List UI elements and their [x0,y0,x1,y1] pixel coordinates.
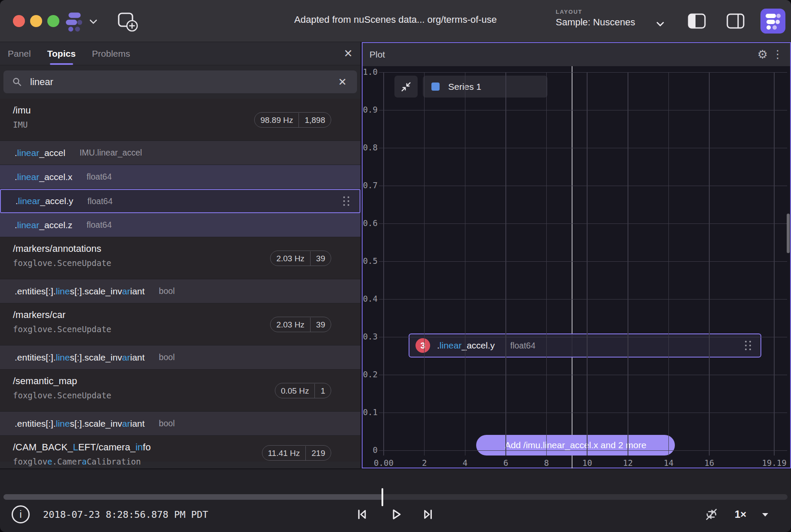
toggle-left-sidebar-button[interactable] [687,13,706,29]
field-type: float64 [87,196,113,206]
topic-row-imu[interactable]: /imu IMU 98.89 Hz 1,898 [0,99,360,141]
speed-dropdown-icon[interactable] [761,512,769,517]
field-path: .entities[:].lines[:].scale_invariant [15,419,145,429]
x-gridline [668,72,669,450]
x-gridline [546,72,547,450]
y-gridline [384,299,787,300]
left-sidebar-icon [687,13,706,29]
topic-frequency: 2.03 Hz [271,251,310,266]
clear-search-icon[interactable]: ✕ [338,76,347,88]
titlebar: Adapted from nuScenes data... org/terms-… [0,0,791,42]
topic-message-count: 219 [305,446,331,460]
plot-panel: Plot ⚙ ⋮ Series 1 3 .linear_accel.y floa… [362,42,791,468]
settings-gear-icon[interactable]: ⚙ [757,48,768,61]
left-panel: Panel Topics Problems ✕ linear ✕ /imu IM… [0,42,360,468]
loop-off-icon [704,507,719,522]
seek-to-end-button[interactable] [419,505,437,524]
playback-scrubber[interactable] [3,494,788,500]
x-axis-tick-label: 0.00 [364,458,403,468]
playhead-handle[interactable] [382,488,383,506]
field-row-scale-invariant-1[interactable]: .entities[:].lines[:].scale_invariant bo… [0,279,360,303]
topic-list: /imu IMU 98.89 Hz 1,898 .linear_accel IM… [0,99,360,468]
topic-message-count: 39 [310,251,331,266]
x-axis-tick-label: 19.19 [755,458,791,468]
field-row-linear-accel-y[interactable]: .linear_accel.y float64 [0,189,360,213]
x-tick-mark [587,450,588,456]
topic-row-cam-back-left-camera-info[interactable]: /CAM_BACK_LEFT/camera_info foxglove.Came… [0,436,360,462]
x-gridline [628,72,628,450]
field-row-linear-accel-x[interactable]: .linear_accel.x float64 [0,165,360,189]
y-gridline [384,450,787,451]
topic-message-count: 1 [314,384,331,398]
drag-handle-icon[interactable] [745,341,751,350]
field-path: .linear_accel.x [15,172,72,182]
y-axis-tick-label: 0.8 [363,143,378,152]
y-axis-tick-label: 0.9 [363,105,378,114]
x-tick-mark [546,450,547,456]
collapse-legend-button[interactable] [394,76,418,98]
panel-menu-icon[interactable]: ⋮ [772,48,783,61]
x-tick-mark [668,450,669,456]
topic-frequency: 0.05 Hz [275,384,314,398]
x-tick-mark [774,450,775,456]
scrollbar-thumb[interactable] [787,214,790,253]
search-icon [12,77,22,87]
topic-row-markers-car[interactable]: /markers/car foxglove.SceneUpdate 2.03 H… [0,303,360,345]
topic-row-markers-annotations[interactable]: /markers/annotations foxglove.SceneUpdat… [0,237,360,279]
field-row-scale-invariant-2[interactable]: .entities[:].lines[:].scale_invariant bo… [0,345,360,370]
y-gridline [384,110,787,111]
foxglove-app-icon[interactable] [760,9,785,34]
foxglove-glyph [760,9,785,34]
loop-playback-button[interactable] [702,505,721,524]
x-tick-mark [628,450,628,456]
field-type: float64 [86,172,112,182]
close-sidebar-icon[interactable]: ✕ [344,47,353,60]
playback-info-icon[interactable]: i [12,505,30,523]
field-row-linear-accel[interactable]: .linear_accel IMU.linear_accel [0,141,360,165]
x-axis-tick-label: 10 [568,458,606,468]
topic-stats-badge: 2.03 Hz 39 [270,251,331,266]
layout-chevron-down-icon[interactable] [656,21,665,27]
tab-panel[interactable]: Panel [8,42,31,65]
x-axis-tick-label: 14 [649,458,688,468]
y-gridline [384,72,787,73]
play-icon [388,507,403,522]
topic-frequency: 2.03 Hz [271,318,310,332]
field-type: bool [159,419,175,428]
toggle-right-sidebar-button[interactable] [726,13,745,29]
field-type: float64 [86,220,112,230]
tab-problems[interactable]: Problems [92,42,130,65]
play-button[interactable] [386,505,405,524]
field-row-scale-invariant-3[interactable]: .entities[:].lines[:].scale_invariant bo… [0,412,360,436]
y-gridline [384,375,787,376]
dragged-field-path: .linear_accel.y [437,340,495,351]
plot-panel-header[interactable]: Plot ⚙ ⋮ [363,43,790,66]
topic-search-input[interactable]: linear ✕ [3,70,357,93]
topic-message-count: 39 [310,318,331,332]
plot-area: Series 1 3 .linear_accel.y float64 Add /… [363,66,790,468]
series-color-swatch [431,83,440,91]
x-axis-tick-label: 8 [527,458,566,468]
search-value: linear [30,76,338,88]
field-path: .linear_accel.y [15,196,73,206]
topic-row-semantic-map[interactable]: /semantic_map foxglove.SceneUpdate 0.05 … [0,370,360,412]
layout-selector[interactable]: LAYOUT Sample: Nuscenes [556,9,635,28]
seek-to-start-button[interactable] [352,505,371,524]
skip-forward-icon [421,508,435,521]
field-row-linear-accel-z[interactable]: .linear_accel.z float64 [0,213,360,237]
legend-series-1[interactable]: Series 1 [423,76,548,98]
x-axis-tick-label: 2 [405,458,444,468]
collapse-icon [400,81,412,93]
y-axis-tick-label: 0 [363,445,378,455]
playback-speed-value[interactable]: 1× [735,508,746,520]
tab-topics[interactable]: Topics [47,42,76,65]
skip-backward-icon [355,508,369,521]
x-gridline [383,72,384,450]
dragged-field-type: float64 [510,341,536,351]
current-timestamp: 2018-07-23 8:28:56.878 PM PDT [43,509,208,520]
plot-panel-title: Plot [369,49,385,60]
drag-handle-icon[interactable] [343,196,349,206]
playback-cursor-line [572,66,572,468]
field-path: .entities[:].lines[:].scale_invariant [15,352,145,363]
y-axis-tick-label: 0.1 [363,407,378,417]
